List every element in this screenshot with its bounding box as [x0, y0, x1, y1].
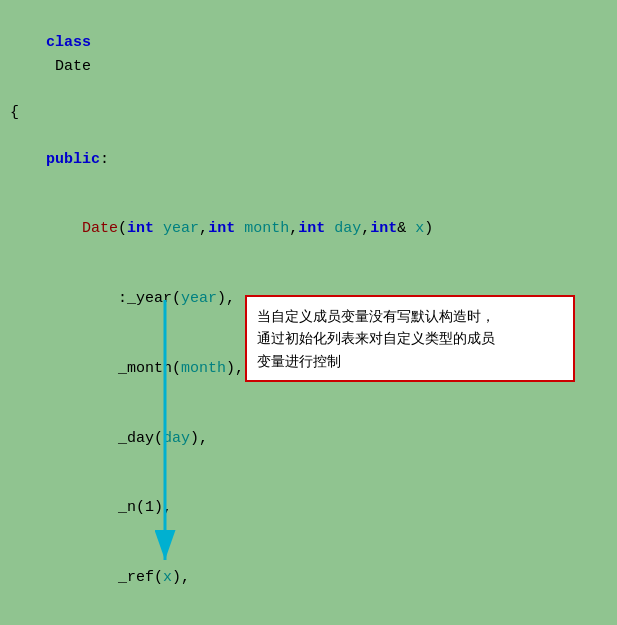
keyword-class: class — [46, 34, 91, 51]
keyword-public: public — [46, 151, 100, 168]
code-line-3: public: — [10, 124, 607, 194]
kw-int-4: int — [370, 220, 397, 237]
kw-int-3: int — [298, 220, 325, 237]
tooltip-box: 当自定义成员变量没有写默认构造时，通过初始化列表来对自定义类型的成员变量进行控制 — [245, 295, 575, 382]
tooltip-text: 当自定义成员变量没有写默认构造时，通过初始化列表来对自定义类型的成员变量进行控制 — [257, 308, 495, 369]
code-line-10: _aa(1) — [10, 613, 607, 626]
classname-date: Date — [46, 58, 91, 75]
kw-int-1: int — [127, 220, 154, 237]
code-line-7: _day(day), — [10, 403, 607, 473]
code-line-2: { — [10, 101, 607, 124]
code-line-8: _n(1), — [10, 473, 607, 543]
code-line-9: _ref(x), — [10, 543, 607, 613]
func-date: Date — [82, 220, 118, 237]
kw-int-2: int — [208, 220, 235, 237]
code-line-4: Date(int year,int month,int day,int& x) — [10, 194, 607, 264]
code-line-1: class Date — [10, 8, 607, 101]
